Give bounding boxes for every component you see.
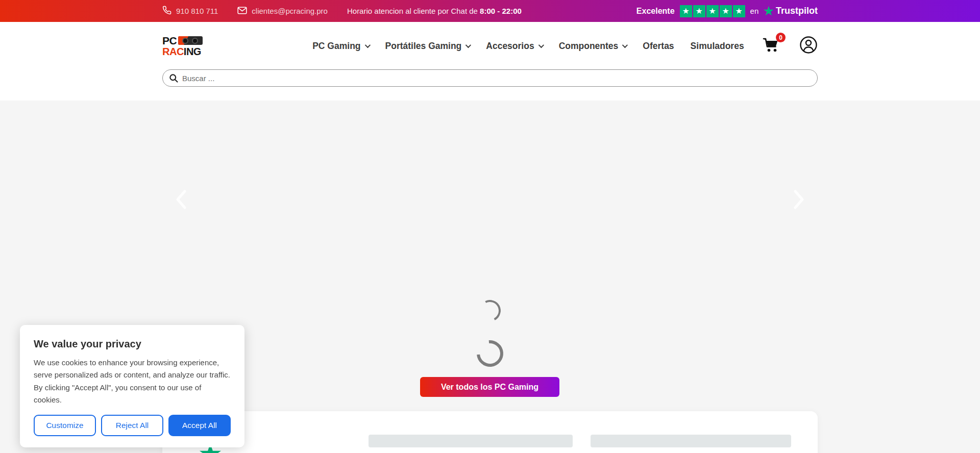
trustpilot-stars: ★ ★ ★ ★ ★: [680, 5, 745, 17]
cart-icon: [763, 45, 780, 54]
cookie-consent-dialog: We value your privacy We use cookies to …: [20, 325, 244, 447]
loading-spinner: [477, 297, 504, 324]
main-nav: PC Gaming Portátiles Gaming Accesorios C…: [312, 41, 744, 52]
chevron-down-icon: [622, 42, 628, 48]
topbar-phone[interactable]: 910 810 711: [162, 6, 218, 16]
chevron-down-icon: [538, 42, 544, 48]
cookie-title: We value your privacy: [34, 338, 231, 350]
trustpilot-wordmark: Trustpilot: [776, 6, 818, 16]
accept-all-button[interactable]: Accept All: [168, 415, 231, 436]
star-icon: ★: [680, 5, 692, 17]
view-all-pc-gaming-button[interactable]: Ver todos los PC Gaming: [420, 377, 559, 397]
trustpilot-wordmark: Trustpilot: [227, 451, 297, 453]
search-icon: [168, 73, 179, 85]
trustpilot-rating-label: Excelente: [636, 7, 675, 16]
trustpilot-star-icon: ★: [764, 6, 774, 17]
skeleton-bar: [369, 435, 573, 447]
trustpilot-connector: en: [750, 7, 759, 15]
cart-button[interactable]: 0: [763, 37, 780, 55]
account-button[interactable]: [799, 36, 818, 56]
customize-button[interactable]: Customize: [34, 415, 96, 436]
cookie-body-text: We use cookies to enhance your browsing …: [34, 357, 231, 406]
mail-icon: [237, 7, 247, 16]
star-icon: ★: [720, 5, 732, 17]
topbar-email[interactable]: clientes@pcracing.pro: [237, 7, 328, 16]
search-input[interactable]: [162, 69, 818, 87]
nav-item-ofertas[interactable]: Ofertas: [643, 41, 674, 52]
reject-all-button[interactable]: Reject All: [101, 415, 163, 436]
topbar-email-address[interactable]: clientes@pcracing.pro: [252, 7, 328, 15]
nav-item-portatiles-gaming[interactable]: Portátiles Gaming: [385, 41, 470, 52]
trustpilot-widget-card: Trustpilot: [162, 411, 818, 453]
account-icon: [799, 36, 818, 56]
topbar-phone-number[interactable]: 910 810 711: [176, 7, 218, 15]
topbar-hours: Horario atencion al cliente por Chat de …: [347, 7, 522, 15]
skeleton-bar: [591, 435, 791, 447]
star-icon: ★: [693, 5, 705, 17]
nav-item-componentes[interactable]: Componentes: [559, 41, 627, 52]
topbar-hours-time: 8:00 - 22:00: [480, 7, 522, 15]
topbar: 910 810 711 clientes@pcracing.pro Horari…: [0, 0, 980, 22]
trustpilot-rating[interactable]: Excelente ★ ★ ★ ★ ★ en ★ Trustpilot: [636, 5, 818, 17]
chevron-down-icon: [364, 42, 370, 48]
nav-item-simuladores[interactable]: Simuladores: [691, 41, 744, 52]
logo-text-racing: RACING: [162, 46, 203, 57]
nav-item-accesorios[interactable]: Accesorios: [486, 41, 542, 52]
site-logo[interactable]: PC RACING: [162, 35, 203, 57]
gpu-graphic-icon: [178, 36, 203, 45]
star-icon: ★: [733, 5, 745, 17]
carousel-prev-button[interactable]: [174, 188, 189, 211]
trustpilot-logo: ★ Trustpilot: [764, 6, 818, 17]
logo-text-pc: PC: [162, 35, 177, 46]
carousel-next-button[interactable]: [791, 188, 806, 211]
nav-item-pc-gaming[interactable]: PC Gaming: [312, 41, 369, 52]
chevron-down-icon: [465, 42, 471, 48]
loading-spinner: [471, 335, 508, 372]
phone-icon: [162, 6, 172, 16]
star-icon: ★: [706, 5, 719, 17]
cart-count-badge: 0: [776, 33, 786, 42]
site-header: PC RACING PC Gaming Portátiles Gaming Ac…: [0, 22, 980, 100]
